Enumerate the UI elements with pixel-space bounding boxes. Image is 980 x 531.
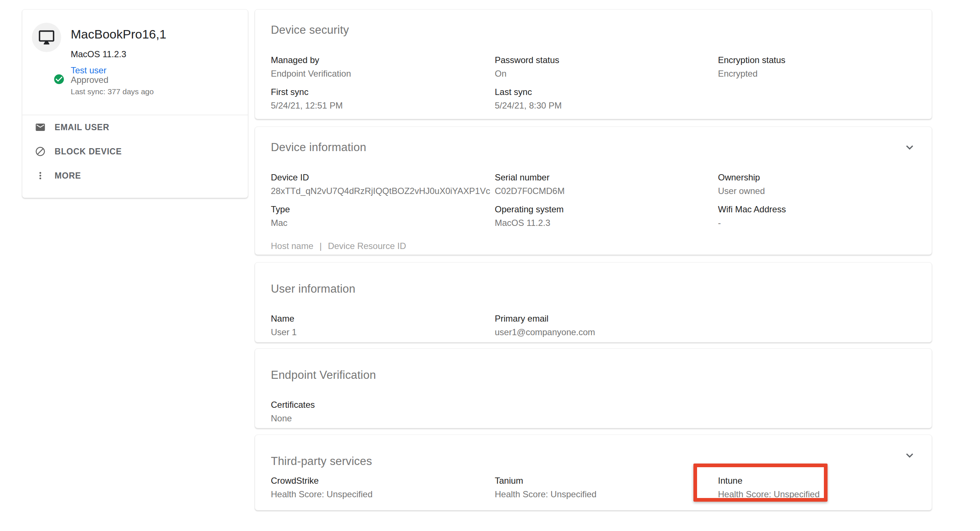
field-serial-number: Serial number C02D7F0CMD6M [495,172,718,196]
block-device-button[interactable]: BLOCK DEVICE [22,139,248,164]
device-os: MacOS 11.2.3 [71,49,126,59]
device-avatar [32,23,61,52]
section-title: Device information [271,141,916,154]
device-security-fields: Managed by Endpoint Verification Passwor… [271,55,916,111]
endpoint-verification-fields: Certificates None [271,399,916,424]
field-wifi-mac-address: Wifi Mac Address - [718,204,916,228]
device-information-footer: Host name | Device Resource ID [271,241,916,251]
device-summary-card: MacBookPro16,1 MacOS 11.2.3 Test user Ap… [22,9,248,198]
field-encryption-status: Encryption status Encrypted [718,55,916,79]
collapse-device-information-button[interactable] [902,139,918,155]
field-tanium: Tanium Health Score: Unspecified [495,475,718,500]
approved-check-icon [53,73,65,85]
block-icon [35,146,46,157]
more-label: MORE [55,171,81,181]
field-name: Name User 1 [271,313,495,338]
section-title: Endpoint Verification [271,368,916,382]
field-operating-system: Operating system MacOS 11.2.3 [495,204,718,228]
chevron-down-icon [902,458,917,464]
field-first-sync: First sync 5/24/21, 12:51 PM [271,86,495,111]
email-user-label: EMAIL USER [55,123,109,132]
block-device-label: BLOCK DEVICE [55,147,122,156]
more-button[interactable]: MORE [22,164,248,188]
footer-separator: | [320,241,322,251]
field-primary-email: Primary email user1@companyone.com [495,313,718,338]
card-endpoint-verification: Endpoint Verification Certificates None [255,348,932,428]
third-party-fields: CrowdStrike Health Score: Unspecified Ta… [271,475,916,500]
email-user-button[interactable]: EMAIL USER [22,115,248,139]
section-title: Device security [271,24,916,37]
status-approved: Approved [71,75,108,85]
desktop-icon [38,29,55,46]
field-certificates: Certificates None [271,399,495,424]
status-last-sync: Last sync: 377 days ago [71,87,154,96]
field-last-sync: Last sync 5/24/21, 8:30 PM [495,86,718,111]
field-intune: Intune Health Score: Unspecified [718,475,916,500]
field-managed-by: Managed by Endpoint Verification [271,55,495,79]
collapse-third-party-services-button[interactable] [902,447,918,464]
card-device-information: Device information Device ID 28xTTd_qN2v… [255,126,932,255]
card-device-security: Device security Managed by Endpoint Veri… [255,9,932,119]
section-title: User information [271,282,916,295]
section-title: Third-party services [271,455,916,468]
email-icon [35,122,46,133]
host-name-link: Host name [271,241,313,251]
device-information-fields: Device ID 28xTTd_qN2vU7Q4dRzRjIQQtBOZ2vH… [271,172,916,228]
user-information-fields: Name User 1 Primary email user1@companyo… [271,313,916,338]
field-password-status: Password status On [495,55,718,79]
field-device-id: Device ID 28xTTd_qN2vU7Q4dRzRjIQQtBOZ2vH… [271,172,495,196]
device-actions: EMAIL USER BLOCK DEVICE MORE [22,115,248,188]
field-crowdstrike: CrowdStrike Health Score: Unspecified [271,475,495,500]
field-type: Type Mac [271,204,495,228]
device-user-link[interactable]: Test user [71,65,106,75]
device-resource-id-link: Device Resource ID [328,241,406,251]
chevron-down-icon [902,150,917,155]
more-vert-icon [35,170,46,181]
device-title: MacBookPro16,1 [71,27,166,41]
card-user-information: User information Name User 1 Primary ema… [255,262,932,343]
field-ownership: Ownership User owned [718,172,916,196]
card-third-party-services: Third-party services CrowdStrike Health … [255,435,932,510]
